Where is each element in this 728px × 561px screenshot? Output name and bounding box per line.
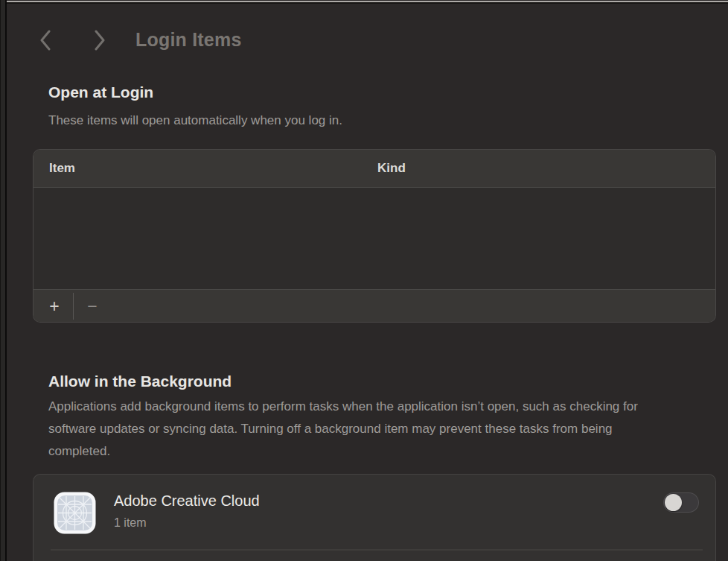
- background-item-toggle-off[interactable]: [663, 492, 699, 513]
- background-item-row[interactable]: Adobe Creative Cloud 1 item: [33, 475, 715, 549]
- login-items-settings-pane: Login Items Open at Login These items wi…: [0, 0, 728, 561]
- allow-in-background-description: Applications add background items to per…: [48, 396, 672, 463]
- allow-in-background-heading: Allow in the Background: [48, 373, 232, 390]
- row-divider: [51, 549, 703, 551]
- footer-button-divider: [73, 293, 74, 320]
- chevron-right-icon: [94, 30, 106, 53]
- open-at-login-heading: Open at Login: [48, 83, 153, 101]
- table-header-row: Item Kind: [33, 150, 715, 188]
- forward-button[interactable]: [87, 28, 112, 54]
- add-login-item-button[interactable]: +: [38, 290, 71, 323]
- column-header-kind: Kind: [377, 161, 406, 176]
- chevron-left-icon: [39, 30, 51, 53]
- back-button[interactable]: [33, 28, 58, 54]
- table-footer-bar: + −: [33, 289, 715, 323]
- column-header-item: Item: [33, 161, 377, 176]
- default-app-grid-icon: [54, 492, 96, 534]
- table-body-empty[interactable]: [33, 188, 715, 289]
- toggle-knob: [665, 494, 682, 511]
- login-items-table: Item Kind + −: [33, 149, 716, 323]
- background-items-card: Adobe Creative Cloud 1 item: [33, 474, 716, 561]
- page-title: Login Items: [135, 29, 241, 51]
- window-left-edge: [0, 0, 5, 561]
- remove-login-item-button[interactable]: −: [76, 290, 109, 323]
- window-top-edge: [7, 1, 728, 4]
- background-item-detail: 1 item: [114, 516, 147, 530]
- plus-icon: +: [49, 297, 59, 316]
- background-item-name: Adobe Creative Cloud: [114, 492, 260, 510]
- minus-icon: −: [87, 297, 97, 316]
- open-at-login-description: These items will open automatically when…: [48, 111, 342, 130]
- window-left-border: [5, 0, 7, 561]
